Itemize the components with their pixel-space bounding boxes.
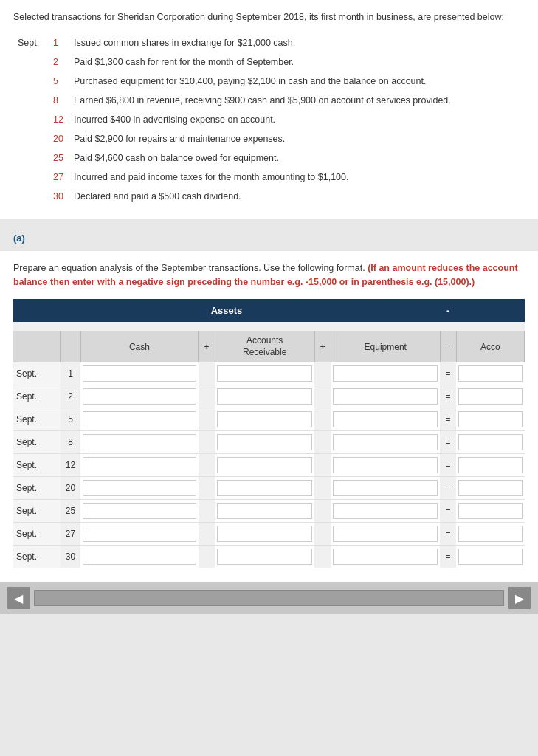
equipment-input[interactable] <box>333 365 438 382</box>
ar-input-cell[interactable] <box>215 546 314 568</box>
acco-input-cell[interactable] <box>456 362 524 385</box>
acco-input-cell[interactable] <box>456 385 524 408</box>
equipment-input-cell[interactable] <box>331 362 440 385</box>
equals-op: = <box>440 454 456 477</box>
equipment-input[interactable] <box>333 434 438 450</box>
equipment-input-cell[interactable] <box>331 454 440 477</box>
scrollbar[interactable] <box>34 590 504 606</box>
eq-row-day: 25 <box>61 500 80 523</box>
cash-input[interactable] <box>83 526 196 542</box>
cash-input[interactable] <box>83 388 196 405</box>
cash-input-cell[interactable] <box>80 362 199 385</box>
ar-input[interactable] <box>217 388 312 405</box>
eq-header-row-1: Assets - <box>13 299 525 322</box>
equipment-input-cell[interactable] <box>331 477 440 500</box>
ar-input[interactable] <box>217 365 312 382</box>
ar-input-cell[interactable] <box>215 454 314 477</box>
prev-button[interactable]: ◀ <box>7 587 30 609</box>
ar-input[interactable] <box>217 480 312 496</box>
next-button[interactable]: ▶ <box>508 587 531 609</box>
ar-input[interactable] <box>217 526 312 542</box>
acco-input-cell[interactable] <box>456 431 524 454</box>
transaction-row: 27Incurred and paid income taxes for the… <box>13 168 525 187</box>
ar-input[interactable] <box>217 503 312 519</box>
plus2-op <box>314 454 331 477</box>
equipment-input-cell[interactable] <box>331 500 440 523</box>
acco-input[interactable] <box>458 457 522 473</box>
equipment-input[interactable] <box>333 549 438 565</box>
ar-input[interactable] <box>217 434 312 450</box>
ar-input-cell[interactable] <box>215 408 314 431</box>
acco-input-cell[interactable] <box>456 500 524 523</box>
ar-input[interactable] <box>217 549 312 565</box>
intro-description: Selected transactions for Sheridan Corpo… <box>13 10 525 24</box>
cash-input-cell[interactable] <box>80 546 199 568</box>
transaction-row: Sept.1Issued common shares in exchange f… <box>13 33 525 52</box>
acco-input[interactable] <box>458 549 522 565</box>
equipment-input-cell[interactable] <box>331 408 440 431</box>
cash-input-cell[interactable] <box>80 477 199 500</box>
cash-input[interactable] <box>83 365 196 382</box>
acco-input-cell[interactable] <box>456 477 524 500</box>
ar-input-cell[interactable] <box>215 385 314 408</box>
cash-input[interactable] <box>83 503 196 519</box>
trans-day: 30 <box>49 187 69 206</box>
equipment-input[interactable] <box>333 457 438 473</box>
cash-input-cell[interactable] <box>80 500 199 523</box>
acco-input[interactable] <box>458 503 522 519</box>
empty-label-header <box>13 331 61 362</box>
trans-description: Issued common shares in exchange for $21… <box>69 33 525 52</box>
cash-input-cell[interactable] <box>80 431 199 454</box>
cash-input-cell[interactable] <box>80 408 199 431</box>
equipment-input[interactable] <box>333 388 438 405</box>
ar-input[interactable] <box>217 411 312 427</box>
equipment-input-cell[interactable] <box>331 523 440 546</box>
ar-input-cell[interactable] <box>215 362 314 385</box>
trans-month <box>13 110 49 129</box>
acco-input[interactable] <box>458 480 522 496</box>
equipment-input[interactable] <box>333 503 438 519</box>
cash-input-cell[interactable] <box>80 454 199 477</box>
ar-input[interactable] <box>217 457 312 473</box>
equation-row: Sept.12= <box>13 454 525 477</box>
acco-input-cell[interactable] <box>456 454 524 477</box>
cash-input[interactable] <box>83 457 196 473</box>
trans-description: Declared and paid a $500 cash dividend. <box>69 187 525 206</box>
eq-row-label: Sept. <box>13 523 61 546</box>
trans-month <box>13 148 49 168</box>
trans-day: 25 <box>49 148 69 168</box>
ar-input-cell[interactable] <box>215 500 314 523</box>
section-a-content: Prepare an equation analysis of the Sept… <box>0 251 538 583</box>
cash-input[interactable] <box>83 480 196 496</box>
acco-input[interactable] <box>458 411 522 427</box>
cash-input-cell[interactable] <box>80 385 199 408</box>
equipment-input[interactable] <box>333 411 438 427</box>
cash-input[interactable] <box>83 411 196 427</box>
eq-row-label: Sept. <box>13 385 61 408</box>
ar-input-cell[interactable] <box>215 477 314 500</box>
equipment-input-cell[interactable] <box>331 546 440 568</box>
plus1-op <box>199 477 215 500</box>
acco-input-cell[interactable] <box>456 523 524 546</box>
plus1-op <box>199 546 215 568</box>
plus1-op <box>199 523 215 546</box>
cash-input[interactable] <box>83 549 196 565</box>
ar-input-cell[interactable] <box>215 523 314 546</box>
equipment-input[interactable] <box>333 526 438 542</box>
equipment-input-cell[interactable] <box>331 385 440 408</box>
equipment-input[interactable] <box>333 480 438 496</box>
transaction-row: 12Incurred $400 in advertising expense o… <box>13 110 525 129</box>
cash-input-cell[interactable] <box>80 523 199 546</box>
ar-input-cell[interactable] <box>215 431 314 454</box>
acco-input[interactable] <box>458 434 522 450</box>
acco-header: Acco <box>456 331 524 362</box>
eq-row-label: Sept. <box>13 500 61 523</box>
acco-input[interactable] <box>458 526 522 542</box>
acco-input[interactable] <box>458 365 522 382</box>
equipment-input-cell[interactable] <box>331 431 440 454</box>
acco-input[interactable] <box>458 388 522 405</box>
acco-input-cell[interactable] <box>456 546 524 568</box>
acco-input-cell[interactable] <box>456 408 524 431</box>
cash-input[interactable] <box>83 434 196 450</box>
eq-header-spacer <box>13 322 525 331</box>
